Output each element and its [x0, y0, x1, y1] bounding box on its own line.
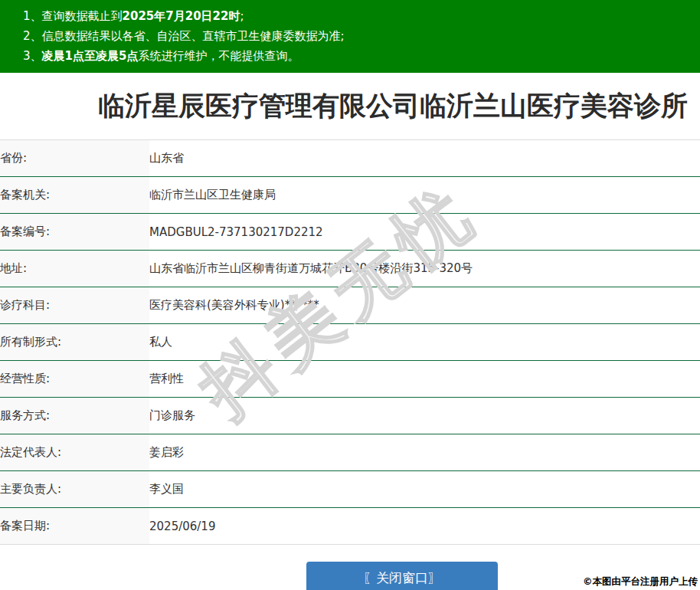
notice-text: 系统进行维护，不能提供查询。 [138, 49, 299, 63]
row-value: 山东省 [149, 140, 700, 177]
notice-text: 查询数据截止到 [42, 9, 123, 23]
row-value: 临沂市兰山区卫生健康局 [149, 177, 700, 214]
row-label: 服务方式: [0, 398, 149, 434]
table-row-address: 地址: 山东省临沂市兰山区柳青街道万城花开B30号楼沿街315-320号 [0, 251, 700, 287]
table-row-filing-number: 备案编号: MADGBUL2-737130217D2212 [0, 214, 700, 251]
notice-num: 1、 [23, 9, 42, 23]
table-row-treatment-subjects: 诊疗科目: 医疗美容科(美容外科专业)****** [0, 287, 700, 324]
table-row-province: 省份: 山东省 [0, 140, 700, 177]
row-value: MADGBUL2-737130217D2212 [149, 214, 700, 251]
row-value: 山东省临沂市兰山区柳青街道万城花开B30号楼沿街315-320号 [149, 251, 700, 287]
table-row-legal-representative: 法定代表人: 姜启彩 [0, 434, 700, 471]
row-label: 省份: [0, 140, 149, 177]
row-value: 门诊服务 [149, 398, 700, 434]
notice-num: 2、 [23, 29, 42, 43]
upload-attribution: ©本图由平台注册用户上传 [583, 575, 698, 588]
row-label: 主要负责人: [0, 471, 149, 508]
row-value: 私人 [149, 324, 700, 361]
row-label: 法定代表人: [0, 434, 149, 471]
row-value: 李义国 [149, 471, 700, 508]
title-section: 临沂星辰医疗管理有限公司临沂兰山医疗美容诊所 [0, 73, 700, 139]
table-row-ownership-form: 所有制形式: 私人 [0, 324, 700, 361]
notice-line-3: 3、凌晨1点至凌晨5点系统进行维护，不能提供查询。 [23, 46, 692, 66]
table-row-filing-authority: 备案机关: 临沂市兰山区卫生健康局 [0, 177, 700, 214]
table-row-business-nature: 经营性质: 营利性 [0, 361, 700, 398]
notice-bold-text: 2025年7月20日22时 [123, 9, 240, 23]
record-table: 省份: 山东省 备案机关: 临沂市兰山区卫生健康局 备案编号: MADGBUL2… [0, 139, 700, 545]
row-label: 备案编号: [0, 214, 149, 251]
row-label: 备案机关: [0, 177, 149, 214]
row-value: 姜启彩 [149, 434, 700, 471]
notice-line-2: 2、信息数据结果以各省、自治区、直辖市卫生健康委数据为准; [23, 26, 692, 46]
notice-text: 信息数据结果以各省、自治区、直辖市卫生健康委数据为准; [42, 29, 345, 43]
row-value: 医疗美容科(美容外科专业)****** [149, 287, 700, 324]
row-label: 备案日期: [0, 508, 149, 545]
notice-text: ; [240, 9, 244, 23]
row-label: 地址: [0, 251, 149, 287]
row-label: 所有制形式: [0, 324, 149, 361]
notice-bar: 1、查询数据截止到2025年7月20日22时; 2、信息数据结果以各省、自治区、… [0, 0, 700, 73]
close-window-button[interactable]: 〖关闭窗口〗 [306, 562, 498, 590]
notice-line-1: 1、查询数据截止到2025年7月20日22时; [23, 6, 692, 26]
table-row-service-mode: 服务方式: 门诊服务 [0, 398, 700, 434]
notice-bold-text: 凌晨1点至凌晨5点 [42, 49, 139, 63]
row-label: 诊疗科目: [0, 287, 149, 324]
table-row-main-responsible-person: 主要负责人: 李义国 [0, 471, 700, 508]
notice-num: 3、 [23, 49, 42, 63]
row-label: 经营性质: [0, 361, 149, 398]
row-value: 营利性 [149, 361, 700, 398]
row-value: 2025/06/19 [149, 508, 700, 545]
table-row-filing-date: 备案日期: 2025/06/19 [0, 508, 700, 545]
page-title: 临沂星辰医疗管理有限公司临沂兰山医疗美容诊所 [98, 88, 688, 124]
